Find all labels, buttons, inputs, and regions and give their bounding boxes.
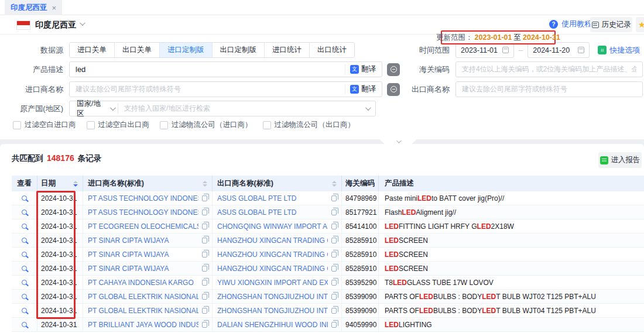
tab-import-custom[interactable]: 进口定制版	[159, 43, 212, 57]
importer-link[interactable]: PT SINAR CIPTA WIJAYA	[88, 265, 198, 273]
checkbox-filter-logistics-importer[interactable]: 过滤物流公司（进口商）	[160, 120, 252, 130]
importer-link[interactable]: PT ASUS TECHNOLOGY INDONESIA BA...	[88, 208, 198, 217]
view-cell[interactable]	[12, 290, 37, 303]
tab-import-statistics[interactable]: 进口统计	[264, 43, 309, 57]
copy-icon[interactable]	[202, 210, 207, 215]
end-date-input[interactable]: 2024-11-20	[527, 42, 590, 58]
copy-icon[interactable]	[331, 210, 337, 215]
tab-import-declarations[interactable]: 进口关单	[70, 43, 114, 57]
copy-icon[interactable]	[331, 238, 337, 243]
exporter-link[interactable]: HANGZHOU XINGCAN TRADING CO LTD	[217, 250, 328, 259]
copy-icon[interactable]	[202, 308, 207, 314]
copy-icon[interactable]	[331, 308, 337, 314]
exporter-link[interactable]: ASUS GLOBAL PTE LTD	[217, 208, 328, 217]
start-date-input[interactable]: 2023-11-01	[455, 42, 514, 58]
favorite-button[interactable]: ★	[636, 17, 644, 32]
copy-icon[interactable]	[331, 266, 337, 272]
magnifier-icon[interactable]	[22, 280, 27, 285]
sort-carets-icon[interactable]	[203, 181, 207, 187]
exporter-link[interactable]: HANGZHOU XINGCAN TRADING CO LTD	[217, 265, 328, 273]
copy-icon[interactable]	[331, 322, 337, 328]
chevron-down-icon[interactable]	[80, 20, 85, 26]
view-cell[interactable]	[12, 191, 37, 205]
tab-export-declarations[interactable]: 出口关单	[114, 43, 159, 57]
close-icon[interactable]: ×	[52, 4, 57, 12]
importer-link[interactable]: PT GLOBAL ELEKTRIK NASIONAL	[88, 293, 198, 301]
view-cell[interactable]	[12, 219, 37, 233]
origin-search-input[interactable]: 支持输入国家/地区进行检索	[118, 104, 365, 114]
magnifier-icon[interactable]	[22, 238, 27, 243]
copy-icon[interactable]	[202, 195, 207, 201]
translate-button[interactable]: 文 翻译	[345, 64, 376, 74]
view-cell[interactable]	[12, 318, 37, 331]
country-name[interactable]: 印度尼西亚	[35, 20, 76, 30]
exporter-input[interactable]: 建议去除公司尾部字符或特殊符号	[455, 81, 643, 97]
copy-icon[interactable]	[202, 266, 207, 272]
checkbox-filter-logistics-exporter[interactable]: 过滤物流公司（出口商）	[263, 120, 355, 130]
tutorial-button[interactable]: ? 使用教程	[549, 19, 592, 29]
history-button[interactable]: 历史记录	[590, 17, 632, 32]
match-mode-button[interactable]	[387, 83, 400, 96]
magnifier-icon[interactable]	[22, 195, 27, 201]
copy-icon[interactable]	[331, 280, 337, 286]
header-exporter[interactable]: 出口商名称(标准)	[212, 176, 341, 191]
enter-report-button[interactable]: 进入报告	[598, 152, 642, 168]
exporter-link[interactable]: HANGZHOU XINGCAN TRADING CO LTD	[217, 236, 328, 245]
importer-link[interactable]: PT CAHAYA INDONESIA KARGO	[88, 279, 198, 287]
magnifier-icon[interactable]	[22, 266, 27, 271]
origin-select[interactable]: 国家/地区	[70, 99, 114, 119]
hs-code-input[interactable]: 支持4位以上海关编码，或2位海关编码加上产品描述、企业名称的任意信息	[455, 61, 643, 77]
tab-export-statistics[interactable]: 出口统计	[309, 43, 354, 57]
view-cell[interactable]	[12, 262, 37, 275]
exporter-link[interactable]: DALIAN SHENGZHIHUI WOOD INDUST...	[217, 321, 328, 329]
checkbox-filter-blank-importer[interactable]: 过滤空白进口商	[13, 120, 76, 130]
chevron-down-icon[interactable]	[365, 105, 371, 111]
tab-export-custom[interactable]: 出口定制版	[212, 43, 265, 57]
importer-link[interactable]: PT BRILLIANT JAYA WOOD INDUSTRY	[88, 321, 198, 329]
magnifier-icon[interactable]	[22, 224, 27, 229]
exporter-link[interactable]: ASUS GLOBAL PTE LTD	[217, 194, 328, 202]
copy-icon[interactable]	[331, 224, 337, 229]
magnifier-icon[interactable]	[22, 294, 27, 299]
importer-link[interactable]: PT SINAR CIPTA WIJAYA	[88, 250, 198, 259]
magnifier-icon[interactable]	[22, 308, 27, 313]
checkbox-filter-blank-exporter[interactable]: 过滤空白出口商	[87, 120, 150, 130]
exporter-link[interactable]: CHONGQING WINWAY IMPORT AND E...	[217, 222, 328, 231]
magnifier-icon[interactable]	[22, 322, 27, 327]
copy-icon[interactable]	[202, 280, 207, 286]
view-cell[interactable]	[12, 205, 37, 219]
importer-link[interactable]: PT SINAR CIPTA WIJAYA	[88, 236, 198, 245]
importer-link[interactable]: PT ASUS TECHNOLOGY INDONESIA BA...	[88, 194, 198, 202]
copy-icon[interactable]	[331, 252, 337, 258]
sort-carets-icon[interactable]	[73, 181, 78, 187]
exporter-link[interactable]: ZHONGSHAN TONGJIUZHOU INTERNA...	[217, 307, 328, 315]
header-importer[interactable]: 进口商名称(标准)	[83, 176, 212, 191]
copy-icon[interactable]	[202, 224, 207, 229]
importer-link[interactable]: PT ECOGREEN OLEOCHEMICALS	[88, 222, 198, 231]
exporter-link[interactable]: YIWU XIONGXIN IMPORT AND EXPORT...	[217, 279, 328, 287]
magnifier-icon[interactable]	[22, 210, 27, 215]
copy-icon[interactable]	[202, 238, 207, 243]
translate-button[interactable]: 文 翻译	[345, 84, 376, 94]
header-date[interactable]: 日期	[37, 176, 83, 191]
checkbox-icon	[87, 121, 95, 129]
copy-icon[interactable]	[331, 294, 337, 300]
product-desc-input[interactable]: led 文 翻译	[69, 61, 382, 77]
exporter-placeholder: 建议去除公司尾部字符或特殊符号	[462, 84, 636, 94]
copy-icon[interactable]	[331, 195, 337, 201]
view-cell[interactable]	[12, 304, 37, 317]
copy-icon[interactable]	[202, 294, 207, 300]
exporter-link[interactable]: ZHONGSHAN TONGJIUZHOU INTERNA...	[217, 293, 328, 301]
page-tab-indonesia[interactable]: 印度尼西亚 ×	[5, 0, 62, 15]
match-mode-button[interactable]	[387, 63, 400, 76]
view-cell[interactable]	[12, 248, 37, 261]
sort-carets-icon[interactable]	[332, 181, 337, 187]
importer-link[interactable]: PT GLOBAL ELEKTRIK NASIONAL	[88, 307, 198, 315]
view-cell[interactable]	[12, 276, 37, 289]
quick-options-button[interactable]: ⌗ 快捷选项	[598, 45, 640, 56]
copy-icon[interactable]	[202, 252, 207, 258]
copy-icon[interactable]	[202, 322, 207, 328]
magnifier-icon[interactable]	[22, 252, 27, 257]
view-cell[interactable]	[12, 234, 37, 247]
importer-input[interactable]: 建议去除公司尾部字符或特殊符号 文 翻译	[69, 81, 382, 97]
